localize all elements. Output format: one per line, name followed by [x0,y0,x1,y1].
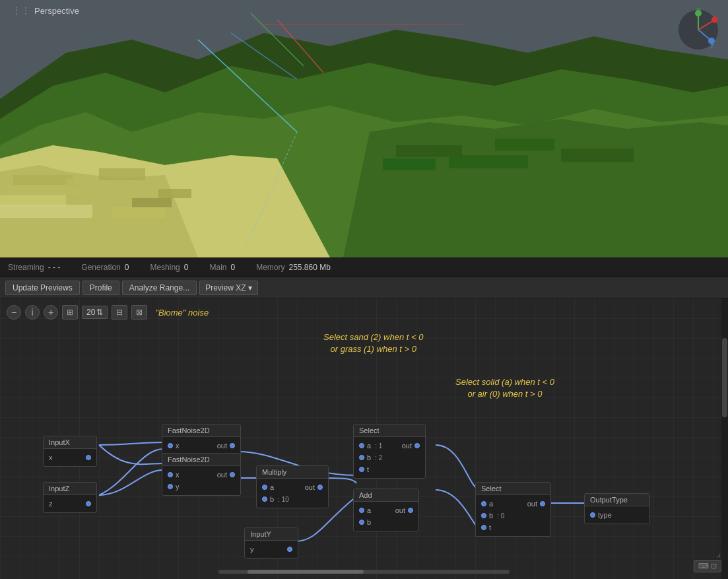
terrain-canvas [0,0,728,257]
graph-icon1[interactable]: ⊟ [112,305,127,320]
zoom-out-button[interactable]: − [7,305,21,320]
node-multiply-a-label: a [270,483,274,491]
node-select2-out-label: out [527,500,537,508]
node-output-type-row: type [585,509,649,521]
node-multiply-header: Multiply [257,466,328,479]
info-button[interactable]: i [25,305,40,320]
node-input-x[interactable]: InputX x [43,436,97,467]
node-multiply-out-port[interactable] [317,485,323,490]
annotation-select-sand: Select sand (2) when t < 0 or grass (1) … [323,331,423,355]
node-output-type-body: type [585,506,649,524]
node-fastnoise2[interactable]: FastNoise2D x out y [162,453,241,496]
node-select2-body: a out b : 0 t [476,495,550,536]
node-select1-b-port[interactable] [359,455,364,460]
node-multiply-b-val: : 10 [278,496,289,503]
node-select2-b-val: : 0 [497,512,504,520]
resize-handle[interactable]: ⌟ [716,547,721,559]
node-add-b-label: b [367,518,371,526]
status-bar: Streaming - - - Generation 0 Meshing 0 M… [0,257,728,277]
node-input-y-header: InputY [245,528,298,541]
analyze-range-button[interactable]: Analyze Range... [122,281,197,295]
node-fastnoise1-x-port-in[interactable] [168,443,173,448]
node-select1-a-label: a [367,442,371,450]
drag-icon: ⋮⋮ [12,5,30,16]
node-multiply-body: a out b : 10 [257,479,328,508]
annotation-line3: Select solid (a) when t < 0 [455,376,554,388]
status-meshing: Meshing 0 [150,263,188,272]
node-fastnoise2-header: FastNoise2D [162,454,240,466]
node-select2-t-port[interactable] [481,525,486,530]
node-select2-out-port[interactable] [540,501,545,506]
node-select2-a-port[interactable] [481,501,486,506]
svg-rect-9 [13,175,73,185]
node-fastnoise1-x-label: x [176,442,180,450]
node-select1-t-port[interactable] [359,467,364,472]
node-fastnoise2-y-port-in[interactable] [168,484,173,489]
bottom-scrollbar-thumb [248,570,364,574]
node-add[interactable]: Add a out b [353,489,419,531]
node-select1-b-val: : 2 [375,454,382,461]
node-add-a-port[interactable] [359,508,364,513]
node-fastnoise2-body: x out y [162,466,240,495]
bottom-scrollbar[interactable] [218,570,510,574]
svg-rect-24 [132,198,172,207]
node-input-x-body: x [44,449,96,466]
svg-rect-16 [561,149,634,162]
graph-icon2[interactable]: ⊠ [131,305,147,320]
profile-button[interactable]: Profile [83,281,119,295]
node-fastnoise2-out-port[interactable] [230,472,235,477]
node-select1-a-row: a : 1 out [354,440,425,452]
node-input-y-out-port[interactable] [287,547,292,552]
node-multiply-b-label: b [270,495,274,503]
node-graph[interactable]: − i + ⊞ 20 ⇅ ⊟ ⊠ "Biome" noise Select sa… [0,298,728,579]
node-add-out-label: out [395,506,405,514]
node-output-type-port[interactable] [590,512,595,518]
node-select1-t-row: t [354,463,425,475]
node-input-z[interactable]: InputZ z [43,482,97,513]
node-select1-header: Select [354,425,425,437]
svg-rect-12 [99,168,145,180]
preview-xz-dropdown[interactable]: Preview XZ ▾ [199,281,258,295]
bottom-right-icons[interactable]: ⌨ ⊡ [694,560,721,572]
node-output-type-header: OutputType [585,494,649,506]
zoom-in-button[interactable]: + [44,305,58,320]
node-input-z-out-port[interactable] [86,501,91,506]
node-select2-header: Select [476,483,550,495]
node-select1-a-port[interactable] [359,443,364,448]
3d-viewport[interactable]: ⋮⋮ Perspective Y Z [0,0,728,257]
node-multiply-b-port[interactable] [262,496,267,502]
node-fastnoise1-out-port[interactable] [230,443,235,448]
node-input-z-out-row: z [44,498,96,510]
node-add-out-port[interactable] [408,508,413,513]
node-output-type[interactable]: OutputType type [584,493,650,524]
node-select2[interactable]: Select a out b : 0 t [475,482,551,537]
node-add-a-row: a out [354,504,418,516]
node-output-type-label: type [598,511,612,519]
svg-text:Z: Z [710,43,714,50]
toolbar: Update Previews Profile Analyze Range...… [0,277,728,298]
node-input-x-out-port[interactable] [86,455,91,460]
right-scrollbar[interactable] [721,298,728,579]
node-add-b-port[interactable] [359,520,364,525]
node-select2-a-label: a [489,500,493,508]
node-multiply-a-port[interactable] [262,485,267,490]
grid-icon-button[interactable]: ⊞ [62,305,78,320]
node-fastnoise2-x-port-in[interactable] [168,472,173,477]
status-generation: Generation 0 [81,263,129,272]
node-select1-t-label: t [367,465,369,473]
node-select1-body: a : 1 out b : 2 t [354,437,425,478]
node-input-x-out-row: x [44,452,96,463]
node-multiply[interactable]: Multiply a out b : 10 [256,465,329,508]
status-streaming: Streaming - - - [8,263,60,272]
update-previews-button[interactable]: Update Previews [5,281,80,295]
node-select1[interactable]: Select a : 1 out b : 2 t [353,424,426,479]
node-select2-b-port[interactable] [481,513,486,518]
preview-xz-label: Preview XZ [205,283,246,292]
node-input-y[interactable]: InputY y [244,528,298,559]
axis-svg: Y Z [675,7,721,53]
node-add-header: Add [354,489,418,502]
svg-rect-15 [495,139,554,151]
node-select1-out-port[interactable] [414,443,420,448]
node-fastnoise1-x-row: x out [162,440,240,452]
node-fastnoise1-out-label: out [217,442,227,450]
